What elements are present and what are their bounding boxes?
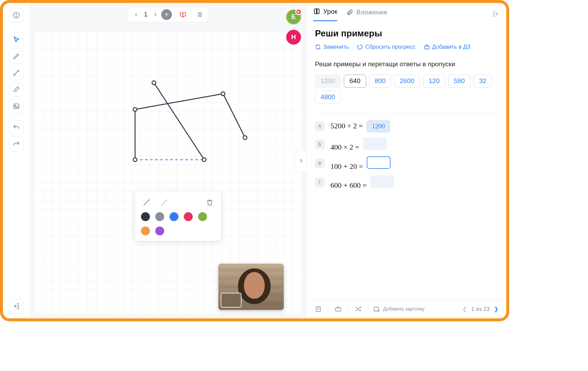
undo-icon	[12, 124, 20, 131]
avatar-letter: E	[291, 13, 296, 21]
present-button[interactable]	[177, 9, 189, 21]
svg-rect-32	[374, 307, 378, 311]
pencil-tool[interactable]	[9, 49, 24, 63]
answer-chip[interactable]: 120	[423, 74, 445, 88]
add-card-button[interactable]: Добавить карточку	[373, 305, 425, 313]
chevron-left-icon	[134, 12, 139, 17]
footer-case-button[interactable]	[333, 304, 343, 314]
answer-slot[interactable]	[363, 137, 387, 150]
svg-line-25	[161, 199, 167, 205]
pager-prev[interactable]: ❮	[461, 304, 468, 314]
svg-line-15	[223, 94, 245, 138]
color-green[interactable]	[198, 212, 207, 221]
color-pink[interactable]	[184, 212, 193, 221]
redo-button[interactable]	[9, 137, 24, 151]
chat-icon	[12, 11, 20, 19]
action-homework[interactable]: Добавить в ДЗ	[424, 44, 471, 50]
color-blue[interactable]	[170, 212, 179, 221]
answer-chip[interactable]: 580	[448, 74, 471, 88]
svg-rect-31	[336, 308, 341, 311]
color-gray[interactable]	[155, 212, 164, 221]
problem-expression: 400 × 2 =	[330, 137, 387, 152]
pencil-icon	[12, 52, 20, 60]
action-reset[interactable]: Сбросить прогресс	[357, 44, 416, 50]
problem-label: В	[315, 159, 325, 168]
color-orange[interactable]	[141, 227, 150, 235]
problem-row: В100 + 20 =	[315, 156, 498, 171]
whiteboard-canvas[interactable]	[34, 31, 302, 314]
exit-icon	[12, 302, 20, 310]
add-page-button[interactable]: +	[161, 9, 172, 20]
footer-shuffle-button[interactable]	[353, 304, 363, 314]
footer-list-button[interactable]	[313, 304, 323, 314]
svg-point-18	[152, 81, 156, 85]
answer-slot[interactable]	[370, 175, 394, 188]
svg-rect-27	[425, 46, 429, 49]
video-thumbnail[interactable]	[218, 264, 284, 310]
refresh-icon	[315, 44, 321, 50]
undo-button[interactable]	[9, 120, 24, 135]
problem-row: Г600 + 600 =	[315, 175, 498, 190]
problem-row: Б400 × 2 =	[315, 137, 498, 152]
svg-rect-6	[14, 104, 19, 108]
eraser-tool[interactable]	[9, 82, 24, 97]
exit-icon	[492, 10, 500, 18]
line-style-popover	[135, 192, 221, 241]
svg-point-2	[16, 16, 17, 17]
tab-attachments[interactable]: Вложения	[346, 8, 387, 21]
delete-line-button[interactable]	[204, 197, 215, 208]
clip-icon	[346, 9, 353, 16]
delete-page-button[interactable]	[194, 9, 206, 21]
action-replace[interactable]: Заменить	[315, 44, 349, 50]
add-card-label: Добавить карточку	[383, 306, 425, 312]
chat-button[interactable]	[9, 8, 24, 23]
answer-slot[interactable]	[367, 156, 391, 169]
image-tool[interactable]	[9, 99, 24, 114]
color-purple[interactable]	[155, 227, 164, 235]
avatar-teacher[interactable]: E	[286, 10, 301, 24]
case-icon	[335, 305, 342, 313]
problem-label: Б	[315, 140, 325, 149]
svg-point-20	[133, 107, 137, 111]
chevron-right-icon	[298, 158, 304, 163]
dashed-line-style[interactable]	[159, 197, 170, 208]
tab-attachments-label: Вложения	[357, 8, 387, 16]
answer-slot[interactable]: 1200	[366, 120, 390, 132]
trash-icon	[197, 11, 203, 18]
next-page-button[interactable]	[149, 9, 161, 21]
problem-expression: 600 + 600 =	[330, 175, 394, 190]
answer-chip[interactable]: 640	[344, 74, 366, 88]
answer-chip[interactable]: 32	[473, 74, 492, 88]
problem-expression: 100 + 20 =	[330, 156, 391, 171]
svg-line-24	[144, 199, 149, 205]
svg-point-21	[243, 136, 247, 140]
solid-line-style[interactable]	[141, 197, 152, 208]
avatar-student[interactable]: H	[286, 30, 301, 45]
answer-chip: 1200	[315, 74, 341, 88]
prev-page-button[interactable]	[130, 9, 142, 21]
list-icon	[315, 305, 322, 313]
exit-button-left[interactable]	[9, 299, 24, 313]
line-tool[interactable]	[9, 66, 24, 80]
screen-icon	[179, 11, 186, 18]
svg-point-22	[133, 158, 137, 162]
svg-point-19	[221, 92, 225, 96]
panel-collapse-handle[interactable]	[295, 150, 306, 171]
chevron-right-icon	[153, 12, 158, 17]
pointer-tool[interactable]	[9, 32, 24, 47]
tab-lesson[interactable]: Урок	[313, 8, 337, 21]
answer-chip[interactable]: 4800	[315, 91, 341, 104]
svg-line-13	[154, 83, 204, 160]
answer-chip[interactable]: 800	[369, 74, 391, 88]
pager-text: 1 из 23	[471, 306, 489, 312]
redo-icon	[12, 140, 20, 148]
add-card-icon	[373, 305, 380, 313]
color-dark[interactable]	[141, 212, 150, 221]
exit-button-right[interactable]	[492, 10, 500, 19]
reset-icon	[357, 44, 363, 50]
svg-point-23	[202, 158, 206, 162]
svg-line-5	[15, 71, 18, 74]
answer-chip[interactable]: 2600	[394, 74, 420, 88]
pager-next[interactable]: ❯	[493, 304, 500, 314]
recording-badge	[295, 9, 302, 15]
